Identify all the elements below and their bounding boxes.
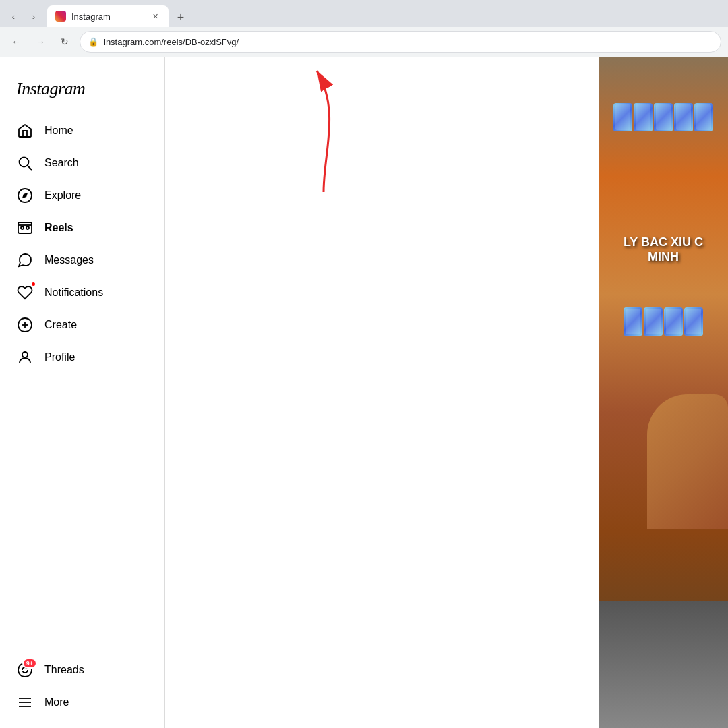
tab-bar: ‹ › Instagram ✕ + bbox=[0, 0, 728, 27]
sidebar-item-threads[interactable]: 9+ Threads bbox=[8, 655, 156, 686]
sidebar-item-home[interactable]: Home bbox=[8, 115, 156, 146]
svg-point-6 bbox=[26, 226, 29, 229]
can-7 bbox=[644, 307, 663, 336]
reel-title-overlay: LY BAC XIU C MINH bbox=[599, 235, 728, 264]
svg-point-0 bbox=[20, 158, 29, 167]
right-panel: LY BAC XIU C MINH sv saigonvivu.vn • Fol… bbox=[599, 57, 728, 728]
svg-point-5 bbox=[21, 226, 24, 229]
can-5 bbox=[694, 103, 713, 131]
home-icon bbox=[16, 122, 34, 140]
sidebar-item-explore[interactable]: Explore bbox=[8, 180, 156, 211]
tab-list-back[interactable]: ‹ bbox=[5, 8, 22, 24]
svg-rect-4 bbox=[18, 222, 32, 233]
back-button[interactable]: ← bbox=[7, 32, 26, 51]
sidebar-item-search[interactable]: Search bbox=[8, 148, 156, 179]
home-label: Home bbox=[44, 125, 73, 137]
browser-chrome: ‹ › Instagram ✕ + ← → ↻ 🔒 instagram.com/… bbox=[0, 0, 728, 57]
reel-background-2 bbox=[599, 601, 728, 728]
more-icon bbox=[16, 694, 34, 711]
reel-item-1[interactable]: LY BAC XIU C MINH sv saigonvivu.vn • Fol… bbox=[599, 57, 728, 650]
can-3 bbox=[654, 103, 673, 131]
annotation-arrow bbox=[206, 57, 394, 199]
can-8 bbox=[664, 307, 683, 336]
sidebar-item-more[interactable]: More bbox=[8, 687, 156, 718]
notification-badge bbox=[30, 281, 36, 287]
create-icon bbox=[16, 316, 34, 334]
threads-badge: 9+ bbox=[22, 658, 37, 669]
svg-point-11 bbox=[22, 352, 28, 357]
can-9 bbox=[684, 307, 703, 336]
profile-icon bbox=[16, 348, 34, 366]
reels-label: Reels bbox=[44, 222, 73, 234]
svg-line-1 bbox=[28, 166, 32, 170]
url-text: instagram.com/reels/DB-ozxlSFvg/ bbox=[104, 37, 712, 47]
reel-title-line2: MINH bbox=[601, 250, 725, 265]
search-label: Search bbox=[44, 157, 79, 169]
new-tab-button[interactable]: + bbox=[171, 8, 190, 27]
forward-button[interactable]: → bbox=[31, 32, 50, 51]
can-6 bbox=[624, 307, 642, 336]
address-box[interactable]: 🔒 instagram.com/reels/DB-ozxlSFvg/ bbox=[80, 31, 721, 53]
main-content bbox=[165, 57, 599, 728]
security-icon: 🔒 bbox=[88, 37, 98, 47]
messages-label: Messages bbox=[44, 254, 94, 266]
active-tab[interactable]: Instagram ✕ bbox=[47, 5, 169, 27]
explore-label: Explore bbox=[44, 189, 81, 202]
messages-icon bbox=[16, 251, 34, 269]
reels-icon bbox=[16, 219, 34, 237]
tab-favicon bbox=[55, 11, 66, 22]
tab-title: Instagram bbox=[71, 11, 111, 22]
tab-close-button[interactable]: ✕ bbox=[150, 11, 160, 22]
notifications-label: Notifications bbox=[44, 286, 103, 299]
svg-marker-3 bbox=[22, 193, 28, 198]
nav-items: Home Search bbox=[8, 115, 156, 655]
search-icon bbox=[16, 154, 34, 172]
instagram-logo: Instagram bbox=[8, 68, 156, 115]
refresh-button[interactable]: ↻ bbox=[55, 32, 74, 51]
tab-list: Instagram ✕ + bbox=[47, 5, 723, 27]
create-label: Create bbox=[44, 319, 77, 331]
sidebar-item-notifications[interactable]: Notifications bbox=[8, 277, 156, 308]
reel-item-2[interactable] bbox=[599, 601, 728, 728]
explore-icon bbox=[16, 187, 34, 204]
profile-label: Profile bbox=[44, 351, 75, 363]
can-1 bbox=[613, 103, 632, 131]
reel-background-1: LY BAC XIU C MINH sv saigonvivu.vn • Fol… bbox=[599, 57, 728, 650]
tab-list-forward[interactable]: › bbox=[26, 8, 42, 24]
sidebar-item-profile[interactable]: Profile bbox=[8, 342, 156, 373]
sidebar-item-messages[interactable]: Messages bbox=[8, 245, 156, 276]
hand-overlay bbox=[647, 394, 728, 529]
address-bar-row: ← → ↻ 🔒 instagram.com/reels/DB-ozxlSFvg/ bbox=[0, 27, 728, 57]
page-content: Instagram Home bbox=[0, 57, 728, 728]
more-label: More bbox=[44, 696, 69, 708]
can-2 bbox=[634, 103, 653, 131]
threads-label: Threads bbox=[44, 664, 84, 676]
threads-icon: 9+ bbox=[16, 661, 34, 679]
sidebar-bottom: 9+ Threads More bbox=[8, 655, 156, 718]
can-4 bbox=[674, 103, 693, 131]
sidebar-item-reels[interactable]: Reels bbox=[8, 212, 156, 243]
sidebar-item-create[interactable]: Create bbox=[8, 309, 156, 340]
sidebar: Instagram Home bbox=[0, 57, 165, 728]
reel-title-line1: LY BAC XIU C bbox=[601, 235, 725, 250]
tab-bar-left: ‹ › bbox=[5, 8, 42, 24]
notifications-icon bbox=[16, 284, 34, 301]
